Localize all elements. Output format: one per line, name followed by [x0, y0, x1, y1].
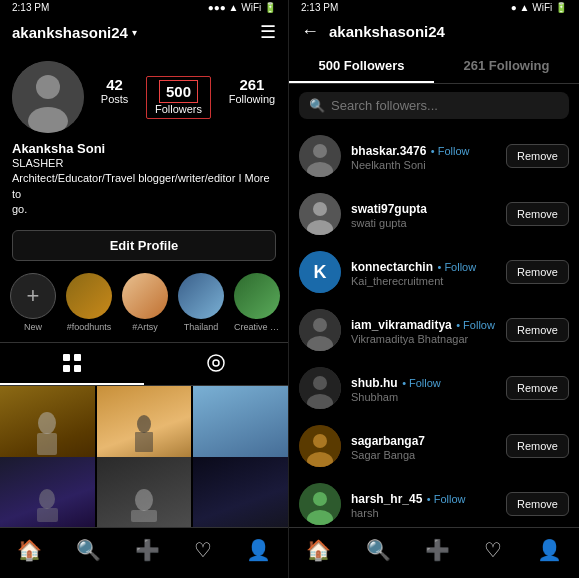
svg-rect-12	[135, 432, 153, 452]
right-status-bar: 2:13 PM ● ▲ WiFi 🔋	[289, 0, 579, 13]
follower-realname-2: Kai_therecruitment	[351, 275, 496, 287]
follower-username-0: bhaskar.3476 • Follow	[351, 141, 496, 159]
tab-following[interactable]: 261 Following	[434, 48, 579, 83]
follower-info-3: iam_vikramaditya • Follow Vikramaditya B…	[351, 315, 496, 345]
follower-info-4: shub.hu • Follow Shubham	[351, 373, 496, 403]
svg-point-13	[39, 489, 55, 509]
bio-slasher: SLASHER	[12, 156, 276, 171]
follower-username-3: iam_vikramaditya • Follow	[351, 315, 496, 333]
right-panel: 2:13 PM ● ▲ WiFi 🔋 ← akankshasoni24 500 …	[289, 0, 579, 578]
svg-point-26	[313, 318, 327, 332]
left-bottom-nav: 🏠 🔍 ➕ ♡ 👤	[0, 527, 288, 578]
right-nav-search[interactable]: 🔍	[366, 538, 391, 562]
following-stat[interactable]: 261 Following	[229, 76, 275, 119]
story-artsy[interactable]: #Artsy	[122, 273, 168, 332]
svg-point-35	[313, 492, 327, 506]
follower-username-2: konnectarchin • Follow	[351, 257, 496, 275]
story-circle-2[interactable]	[122, 273, 168, 319]
remove-button-4[interactable]: Remove	[506, 376, 569, 400]
search-bar[interactable]: 🔍 Search followers...	[299, 92, 569, 119]
svg-rect-4	[74, 354, 81, 361]
tab-followers[interactable]: 500 Followers	[289, 48, 434, 83]
follower-item-4: shub.hu • Follow Shubham Remove	[289, 359, 579, 417]
photo-cell-6[interactable]	[193, 457, 288, 527]
nav-home-icon[interactable]: 🏠	[17, 538, 42, 562]
follower-realname-1: swati gupta	[351, 217, 496, 229]
remove-button-3[interactable]: Remove	[506, 318, 569, 342]
follower-username-1: swati97gupta	[351, 199, 496, 217]
svg-point-1	[36, 75, 60, 99]
follower-item-0: bhaskar.3476 • Follow Neelkanth Soni Rem…	[289, 127, 579, 185]
nav-search-icon[interactable]: 🔍	[76, 538, 101, 562]
edit-profile-button[interactable]: Edit Profile	[12, 230, 276, 261]
remove-button-1[interactable]: Remove	[506, 202, 569, 226]
remove-button-2[interactable]: Remove	[506, 260, 569, 284]
follower-info-6: harsh_hr_45 • Follow harsh	[351, 489, 496, 519]
hamburger-icon[interactable]: ☰	[260, 21, 276, 43]
follower-realname-3: Vikramaditya Bhatnagar	[351, 333, 496, 345]
right-nav-add[interactable]: ➕	[425, 538, 450, 562]
story-creative[interactable]: Creative W...	[234, 273, 280, 332]
new-story-circle[interactable]: +	[10, 273, 56, 319]
bio-line2: Architect/Educator/Travel blogger/writer…	[12, 171, 276, 202]
follower-info-5: sagarbanga7 Sagar Banga	[351, 431, 496, 461]
follower-avatar-2: K	[299, 251, 341, 293]
avatar[interactable]	[12, 61, 84, 133]
svg-rect-5	[63, 365, 70, 372]
right-bottom-nav: 🏠 🔍 ➕ ♡ 👤	[289, 527, 579, 578]
story-thailand[interactable]: Thailand	[178, 273, 224, 332]
tab-followers-label: 500 Followers	[319, 58, 405, 73]
right-nav-profile[interactable]: 👤	[537, 538, 562, 562]
tab-tagged[interactable]	[144, 343, 288, 385]
left-username[interactable]: akankshasoni24	[12, 24, 128, 41]
left-panel: 2:13 PM ●●● ▲ WiFi 🔋 akankshasoni24 ▾ ☰ …	[0, 0, 289, 578]
story-new-label: New	[24, 322, 42, 332]
left-time: 2:13 PM	[12, 2, 49, 13]
follower-avatar-1	[299, 193, 341, 235]
left-signal-icons: ●●● ▲ WiFi 🔋	[208, 2, 276, 13]
svg-rect-14	[37, 508, 58, 522]
tab-grid[interactable]	[0, 343, 144, 385]
followers-list: bhaskar.3476 • Follow Neelkanth Soni Rem…	[289, 127, 579, 527]
profile-tabs	[0, 342, 288, 386]
follower-username-4: shub.hu • Follow	[351, 373, 496, 391]
remove-button-0[interactable]: Remove	[506, 144, 569, 168]
svg-point-11	[137, 415, 151, 433]
following-label: Following	[229, 93, 275, 105]
story-foodhunts[interactable]: #foodhunts	[66, 273, 112, 332]
right-signal-icons: ● ▲ WiFi 🔋	[511, 2, 567, 13]
story-circle-4[interactable]	[234, 273, 280, 319]
stats-row: 42 Posts 500 Followers 261 Following	[100, 76, 276, 119]
story-new[interactable]: + New	[10, 273, 56, 332]
chevron-down-icon[interactable]: ▾	[132, 27, 137, 38]
back-arrow-icon[interactable]: ←	[301, 21, 319, 42]
svg-text:K: K	[314, 262, 327, 282]
remove-button-5[interactable]: Remove	[506, 434, 569, 458]
display-name: Akanksha Soni	[12, 141, 276, 156]
follower-avatar-4	[299, 367, 341, 409]
followers-stat[interactable]: 500 Followers	[146, 76, 211, 119]
right-time: 2:13 PM	[301, 2, 338, 13]
story-label-1: #foodhunts	[67, 322, 112, 332]
photo-cell-4[interactable]	[0, 457, 95, 527]
right-nav-heart[interactable]: ♡	[484, 538, 502, 562]
tab-following-label: 261 Following	[464, 58, 550, 73]
right-nav-home[interactable]: 🏠	[306, 538, 331, 562]
search-icon: 🔍	[309, 98, 325, 113]
follower-avatar-5	[299, 425, 341, 467]
nav-heart-icon[interactable]: ♡	[194, 538, 212, 562]
follower-item-6: harsh_hr_45 • Follow harsh Remove	[289, 475, 579, 527]
photo-cell-5[interactable]	[97, 457, 192, 527]
follower-item-1: swati97gupta swati gupta Remove	[289, 185, 579, 243]
remove-button-6[interactable]: Remove	[506, 492, 569, 516]
nav-profile-icon[interactable]: 👤	[246, 538, 271, 562]
story-circle-3[interactable]	[178, 273, 224, 319]
search-placeholder-text: Search followers...	[331, 98, 438, 113]
svg-rect-16	[131, 510, 157, 522]
story-circle-1[interactable]	[66, 273, 112, 319]
nav-add-icon[interactable]: ➕	[135, 538, 160, 562]
plus-icon: +	[27, 283, 40, 309]
svg-point-7	[208, 355, 224, 371]
posts-stat[interactable]: 42 Posts	[101, 76, 129, 119]
follower-realname-5: Sagar Banga	[351, 449, 496, 461]
